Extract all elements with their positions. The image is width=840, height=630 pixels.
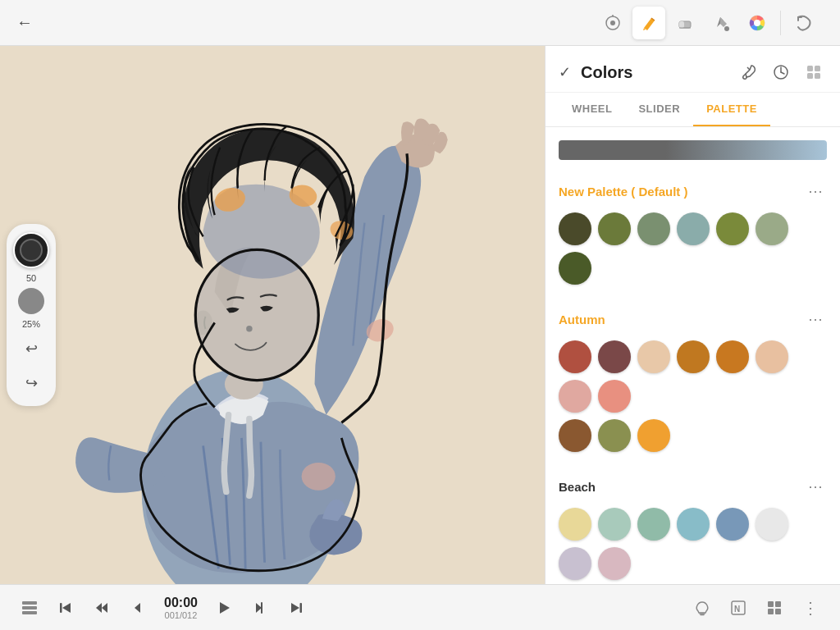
frame-counter: 001/012 bbox=[165, 610, 198, 620]
toolbar-icons bbox=[596, 7, 820, 39]
palette-default-section: New Palette ( Default ) ⋯ bbox=[546, 173, 840, 301]
fill-icon[interactable] bbox=[705, 7, 737, 39]
next-frame-button[interactable] bbox=[280, 591, 313, 624]
palette-beach-header: Beach ⋯ bbox=[559, 468, 827, 498]
drawing-canvas[interactable] bbox=[0, 46, 545, 584]
svg-text:N: N bbox=[734, 605, 740, 614]
new-palette-icon[interactable] bbox=[801, 59, 827, 85]
zoom-label: 25% bbox=[22, 319, 40, 329]
palette-autumn-more[interactable]: ⋯ bbox=[804, 308, 827, 331]
swatch-item[interactable] bbox=[598, 340, 631, 373]
svg-rect-35 bbox=[768, 609, 774, 614]
swatch-item[interactable] bbox=[559, 508, 591, 541]
brush-size-tool[interactable] bbox=[13, 232, 49, 268]
swatch-item[interactable] bbox=[677, 212, 710, 245]
svg-rect-24 bbox=[807, 73, 813, 79]
svg-rect-34 bbox=[775, 601, 781, 607]
tab-palette[interactable]: PALETTE bbox=[693, 93, 770, 126]
swatch-item[interactable] bbox=[637, 340, 670, 373]
swatch-item[interactable] bbox=[559, 212, 591, 245]
svg-point-17 bbox=[246, 326, 252, 331]
color-wheel-icon[interactable] bbox=[741, 7, 774, 39]
swatch-item[interactable] bbox=[559, 252, 591, 285]
svg-point-6 bbox=[724, 26, 729, 31]
undo-button[interactable]: ↩ bbox=[16, 334, 46, 363]
swatch-item[interactable] bbox=[598, 380, 631, 413]
palette-autumn-header: Autumn ⋯ bbox=[559, 301, 827, 331]
swatch-item[interactable] bbox=[637, 419, 670, 452]
swatch-item[interactable] bbox=[716, 340, 749, 373]
gradient-bar[interactable] bbox=[559, 140, 827, 160]
palette-autumn-row1 bbox=[559, 340, 827, 413]
color-swatch-tool[interactable] bbox=[18, 288, 44, 314]
swatch-item[interactable] bbox=[559, 419, 591, 452]
eraser-icon[interactable] bbox=[669, 7, 701, 39]
redo-button[interactable]: ↪ bbox=[16, 368, 46, 398]
prev-multi-frame-button[interactable] bbox=[85, 591, 118, 624]
svg-rect-29 bbox=[60, 603, 62, 613]
swatch-item[interactable] bbox=[598, 212, 631, 245]
confirm-icon[interactable]: ✓ bbox=[559, 63, 571, 81]
swatch-item[interactable] bbox=[598, 547, 631, 580]
swatch-item[interactable] bbox=[756, 340, 788, 373]
color-tabs: WHEEL SLIDER PALETTE bbox=[546, 93, 840, 127]
swatch-item[interactable] bbox=[598, 508, 631, 541]
grid-button[interactable] bbox=[758, 591, 791, 624]
main-area: 50 25% ↩ ↪ bbox=[0, 46, 840, 584]
svg-rect-23 bbox=[815, 66, 820, 71]
svg-point-8 bbox=[754, 20, 760, 26]
swatch-item[interactable] bbox=[598, 419, 631, 452]
step-back-button[interactable] bbox=[121, 591, 154, 624]
brush-icon[interactable] bbox=[632, 7, 665, 39]
top-toolbar: ← bbox=[0, 0, 840, 46]
swatch-item[interactable] bbox=[677, 508, 710, 541]
swatch-item[interactable] bbox=[637, 508, 670, 541]
layers-button[interactable] bbox=[13, 591, 46, 624]
back-button[interactable]: ← bbox=[10, 8, 39, 38]
time-main: 00:00 bbox=[164, 596, 198, 610]
tab-slider[interactable]: SLIDER bbox=[625, 93, 693, 126]
palette-autumn-section: Autumn ⋯ bbox=[546, 301, 840, 468]
svg-point-11 bbox=[302, 463, 336, 491]
swatch-item[interactable] bbox=[637, 212, 670, 245]
bottom-bar: 00:00 001/012 N bbox=[0, 584, 840, 630]
canvas-area[interactable]: 50 25% ↩ ↪ bbox=[0, 46, 545, 584]
time-display: 00:00 001/012 bbox=[158, 596, 204, 620]
palette-default-swatches bbox=[559, 212, 827, 285]
palette-default-name: New Palette ( Default ) bbox=[559, 185, 804, 199]
swatch-item[interactable] bbox=[559, 340, 591, 373]
step-forward-button[interactable] bbox=[244, 591, 276, 624]
svg-point-1 bbox=[610, 21, 615, 25]
svg-rect-30 bbox=[299, 603, 302, 613]
prev-frame-button[interactable] bbox=[49, 591, 82, 624]
palette-default-more[interactable]: ⋯ bbox=[804, 180, 827, 203]
swatch-item[interactable] bbox=[677, 340, 710, 373]
color-history-icon[interactable] bbox=[768, 59, 794, 85]
gradient-bar-container bbox=[546, 127, 840, 173]
eyedropper-icon[interactable] bbox=[735, 59, 761, 85]
svg-rect-22 bbox=[807, 66, 813, 71]
palette-autumn-row2 bbox=[559, 419, 827, 452]
light-bulb-button[interactable] bbox=[686, 591, 719, 624]
palette-beach-more[interactable]: ⋯ bbox=[804, 475, 827, 498]
svg-rect-33 bbox=[768, 601, 774, 607]
svg-rect-4 bbox=[679, 21, 684, 28]
stylus-icon[interactable] bbox=[596, 7, 629, 39]
swatch-item[interactable] bbox=[716, 212, 749, 245]
swatch-item[interactable] bbox=[756, 212, 788, 245]
more-options-button[interactable]: ⋮ bbox=[794, 591, 827, 624]
tab-wheel[interactable]: WHEEL bbox=[559, 93, 625, 126]
play-button[interactable] bbox=[208, 591, 240, 624]
swatch-item[interactable] bbox=[559, 547, 591, 580]
swatch-item[interactable] bbox=[559, 380, 591, 413]
svg-rect-26 bbox=[22, 601, 37, 605]
svg-rect-27 bbox=[22, 606, 37, 609]
svg-rect-25 bbox=[815, 73, 820, 79]
swatch-item[interactable] bbox=[756, 508, 788, 541]
animation-icon[interactable]: N bbox=[722, 591, 755, 624]
svg-rect-36 bbox=[775, 609, 781, 614]
palette-beach-row1 bbox=[559, 508, 827, 580]
swatch-item[interactable] bbox=[716, 508, 749, 541]
color-panel: ✓ Colors bbox=[545, 46, 840, 584]
layer-history-icon[interactable] bbox=[788, 7, 820, 39]
